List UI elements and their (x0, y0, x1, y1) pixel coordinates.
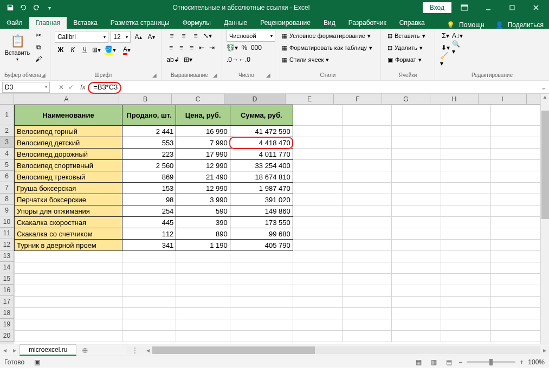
cell[interactable] (441, 160, 490, 171)
sheet-nav-next-icon[interactable]: ▸ (10, 346, 20, 354)
cell[interactable]: 7 990 (176, 137, 230, 149)
cell[interactable]: 341 (122, 240, 176, 251)
cell[interactable] (230, 274, 293, 285)
comma-style-icon[interactable]: 000 (250, 42, 262, 54)
column-header[interactable]: G (382, 94, 430, 104)
fx-icon[interactable]: fx (80, 83, 90, 91)
cell[interactable] (176, 285, 230, 297)
cell[interactable]: 869 (122, 171, 176, 183)
spreadsheet-grid[interactable]: ABCDEFGHI 123456789101112131415161718192… (0, 94, 549, 344)
cell[interactable] (230, 319, 293, 331)
cell[interactable]: 3 990 (176, 194, 230, 205)
macro-record-icon[interactable]: ▣ (34, 358, 40, 366)
cell[interactable] (342, 137, 391, 149)
cell[interactable] (342, 228, 391, 240)
page-layout-view-icon[interactable]: ▥ (428, 358, 439, 367)
cell[interactable] (15, 297, 122, 308)
format-cells-button[interactable]: ▣Формат▾ (385, 54, 430, 66)
cell[interactable] (293, 228, 342, 240)
cell[interactable] (342, 171, 391, 183)
cell[interactable] (122, 308, 176, 319)
cell[interactable] (176, 262, 230, 274)
vertical-scrollbar[interactable]: ▲ (540, 94, 549, 344)
cell[interactable]: Велосипед трековый (15, 171, 122, 183)
cell[interactable] (293, 205, 342, 217)
tab-insert[interactable]: Вставка (67, 17, 104, 29)
cell[interactable] (230, 331, 293, 342)
cell[interactable] (441, 228, 490, 240)
decrease-decimal-icon[interactable]: ←.0 (238, 54, 250, 66)
tab-data[interactable]: Данные (217, 17, 254, 29)
accounting-format-icon[interactable]: 💱▾ (227, 42, 238, 54)
row-header[interactable]: 6 (0, 171, 14, 182)
cell[interactable] (176, 308, 230, 319)
cell[interactable]: 12 990 (176, 160, 230, 171)
cell[interactable] (293, 285, 342, 297)
row-header[interactable]: 13 (0, 250, 14, 262)
cell[interactable] (441, 274, 490, 285)
autosum-icon[interactable]: Σ▾ (440, 30, 451, 42)
cell[interactable] (122, 319, 176, 331)
sheet-tab[interactable]: microexcel.ru (20, 344, 76, 356)
cell[interactable] (122, 297, 176, 308)
column-header[interactable]: E (286, 94, 334, 104)
cell[interactable] (441, 105, 490, 126)
row-header[interactable]: 3 (0, 137, 14, 148)
cell[interactable] (490, 285, 540, 297)
cell[interactable] (342, 319, 391, 331)
login-button[interactable]: Вход (423, 2, 451, 13)
cell[interactable] (176, 319, 230, 331)
cell[interactable]: 17 990 (176, 149, 230, 160)
cell[interactable] (490, 262, 540, 274)
formula-input[interactable]: =B3*C3 (90, 83, 538, 91)
column-header[interactable]: I (479, 94, 527, 104)
decrease-font-icon[interactable]: A▾ (146, 31, 157, 43)
cell[interactable]: 405 790 (230, 240, 293, 251)
cell[interactable] (490, 217, 540, 228)
cell[interactable] (490, 274, 540, 285)
cell[interactable] (342, 251, 391, 262)
cell[interactable]: Велосипед горный (15, 126, 122, 137)
indent-decrease-icon[interactable]: ⇤ (197, 42, 207, 54)
cell[interactable] (293, 240, 342, 251)
clear-icon[interactable]: 🧹▾ (440, 54, 451, 66)
cell[interactable] (392, 319, 441, 331)
cell[interactable]: 16 990 (176, 126, 230, 137)
scrollbar-thumb[interactable] (152, 346, 315, 354)
cell[interactable]: Сумма, руб. (230, 105, 293, 126)
cell[interactable] (490, 171, 540, 183)
cell[interactable]: 223 (122, 149, 176, 160)
cell[interactable] (15, 319, 122, 331)
row-header[interactable]: 10 (0, 216, 14, 228)
enter-formula-icon[interactable]: ✓ (68, 83, 74, 91)
save-icon[interactable] (4, 2, 16, 14)
row-header[interactable]: 18 (0, 307, 14, 319)
cell[interactable] (490, 183, 540, 194)
cell[interactable] (441, 183, 490, 194)
cell[interactable] (293, 171, 342, 183)
cell[interactable] (15, 331, 122, 342)
cell[interactable] (392, 183, 441, 194)
cell[interactable]: 4 011 770 (230, 149, 293, 160)
close-icon[interactable] (525, 0, 547, 15)
font-color-icon[interactable]: A▾ (119, 44, 135, 56)
align-middle-icon[interactable]: ≡ (178, 30, 190, 42)
cell[interactable] (392, 137, 441, 149)
cell[interactable] (293, 274, 342, 285)
underline-button[interactable]: Ч (79, 44, 91, 56)
cell[interactable] (441, 240, 490, 251)
increase-decimal-icon[interactable]: .0→ (227, 54, 238, 66)
column-header[interactable]: C (172, 94, 224, 104)
row-header[interactable]: 4 (0, 148, 14, 159)
cell[interactable]: 112 (122, 228, 176, 240)
cell[interactable] (490, 137, 540, 149)
cell[interactable] (490, 251, 540, 262)
cell[interactable]: 33 254 400 (230, 160, 293, 171)
cell[interactable] (392, 194, 441, 205)
cell[interactable] (293, 319, 342, 331)
cell[interactable]: Груша боксерская (15, 183, 122, 194)
cell[interactable] (293, 331, 342, 342)
cell[interactable]: Цена, руб. (176, 105, 230, 126)
cell[interactable] (490, 126, 540, 137)
cell[interactable]: Наименование (15, 105, 122, 126)
